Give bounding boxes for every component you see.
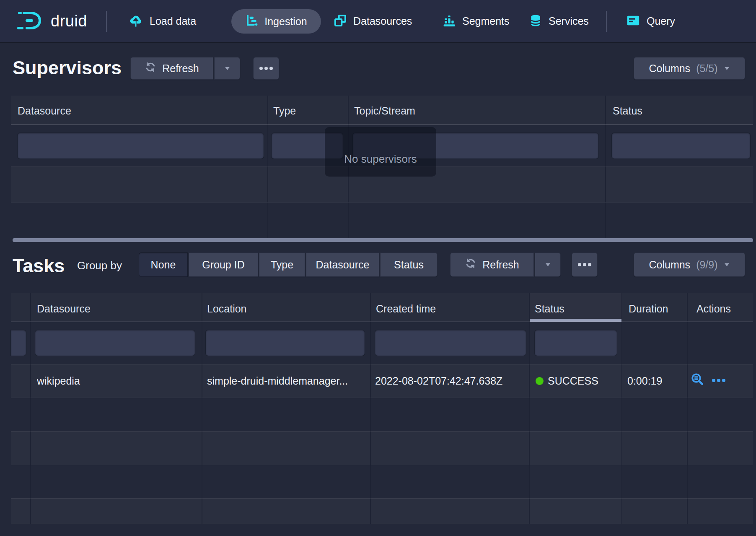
group-option-label: Type [271, 259, 293, 271]
column-header-duration[interactable]: Duration [629, 303, 668, 315]
group-option-label: Datasource [316, 259, 370, 271]
nav-divider [106, 11, 107, 32]
cloud-upload-icon [128, 14, 143, 29]
chevron-down-icon [724, 66, 730, 70]
datasources-layers-icon [334, 14, 347, 29]
tasks-filter-partial-input[interactable] [11, 330, 26, 356]
group-option-label: None [151, 259, 176, 271]
status-text: SUCCESS [548, 375, 598, 387]
nav-item-datasources[interactable]: Datasources [334, 0, 412, 42]
druid-console: druid Load data [0, 0, 756, 536]
chevron-down-icon [724, 263, 730, 267]
nav-item-label: Ingestion [264, 16, 307, 28]
nav-item-query[interactable]: Query [626, 0, 675, 42]
brand-name: druid [51, 12, 87, 30]
column-header-status[interactable]: Status [613, 105, 642, 117]
task-details-magnifier-icon[interactable] [691, 372, 705, 388]
horizontal-scrollbar[interactable] [13, 238, 753, 242]
row-border [11, 431, 753, 432]
services-database-icon [529, 14, 542, 29]
cell-datasource: wikipedia [37, 375, 196, 387]
supervisors-filter-datasource-input[interactable] [18, 133, 264, 159]
refresh-icon [145, 61, 156, 75]
supervisors-refresh-button[interactable]: Refresh [130, 57, 213, 80]
nav-item-label: Load data [150, 15, 196, 27]
nav-divider [606, 11, 607, 32]
column-divider [687, 293, 688, 524]
more-ellipsis-icon [259, 66, 273, 70]
column-header-actions[interactable]: Actions [696, 303, 731, 315]
ingestion-gantt-icon [245, 14, 259, 29]
nav-item-services[interactable]: Services [529, 0, 589, 42]
cell-created-time: 2022-08-02T07:42:47.638Z [375, 375, 526, 387]
row-border [11, 202, 753, 203]
column-header-topic-stream[interactable]: Topic/Stream [354, 105, 415, 117]
chevron-down-icon [545, 263, 551, 267]
segments-chart-icon [443, 14, 456, 29]
header-bottom-border [11, 124, 753, 125]
group-option-label: Status [394, 259, 424, 271]
row-border [11, 364, 753, 364]
nav-item-load-data[interactable]: Load data [128, 0, 196, 42]
nav-item-label: Services [549, 15, 589, 27]
tasks-filter-created-time-input[interactable] [375, 330, 526, 356]
query-console-icon [626, 14, 640, 29]
group-option-label: Group ID [202, 259, 244, 271]
supervisors-more-button[interactable] [253, 57, 279, 80]
cell-duration: 0:00:19 [627, 375, 684, 387]
supervisors-refresh-dropdown-button[interactable] [214, 57, 240, 80]
column-header-datasource[interactable]: Datasource [37, 303, 91, 315]
tasks-columns-button[interactable]: Columns (9/9) [634, 252, 745, 277]
refresh-icon [465, 258, 476, 272]
task-actions-menu-icon[interactable] [712, 377, 726, 384]
group-by-status-button[interactable]: Status [380, 252, 438, 277]
supervisors-title: Supervisors [13, 57, 122, 79]
refresh-label: Refresh [162, 62, 199, 75]
supervisors-columns-button[interactable]: Columns (5/5) [634, 57, 745, 80]
group-by-datasource-button[interactable]: Datasource [306, 252, 379, 277]
nav-item-label: Query [647, 15, 675, 27]
tasks-refresh-button[interactable]: Refresh [450, 252, 534, 277]
column-divider [529, 293, 530, 524]
group-by-none-button[interactable]: None [139, 252, 188, 277]
header-bottom-border [11, 321, 753, 322]
druid-logo[interactable]: druid [17, 0, 87, 42]
nav-item-label: Segments [462, 15, 510, 27]
column-divider [605, 96, 606, 238]
row-border [11, 498, 753, 499]
column-header-created-time[interactable]: Created time [376, 303, 436, 315]
chevron-down-icon [224, 66, 230, 70]
group-by-type-button[interactable]: Type [259, 252, 305, 277]
columns-count: (5/5) [696, 62, 717, 75]
nav-item-label: Datasources [353, 15, 412, 27]
more-ellipsis-icon [577, 263, 592, 267]
nav-item-ingestion[interactable]: Ingestion [231, 9, 321, 34]
refresh-label: Refresh [482, 259, 519, 271]
supervisors-filter-status-input[interactable] [612, 133, 750, 159]
columns-count: (9/9) [696, 259, 717, 271]
row-stripe [11, 498, 753, 524]
tasks-refresh-dropdown-button[interactable] [535, 252, 561, 277]
nav-item-segments[interactable]: Segments [443, 0, 510, 42]
columns-label: Columns [649, 62, 690, 75]
group-by-group-id-button[interactable]: Group ID [189, 252, 258, 277]
tasks-more-button[interactable] [572, 252, 598, 277]
column-divider [370, 293, 371, 524]
column-header-status[interactable]: Status [535, 303, 564, 315]
tasks-filter-datasource-input[interactable] [35, 330, 195, 356]
top-nav-bar: druid Load data [0, 0, 756, 42]
column-divider [30, 293, 31, 524]
tasks-title: Tasks [13, 255, 65, 277]
cell-location: simple-druid-middlemanager... [207, 375, 365, 387]
column-header-type[interactable]: Type [273, 105, 296, 117]
columns-label: Columns [649, 259, 690, 271]
tasks-filter-location-input[interactable] [206, 330, 365, 356]
cell-actions [691, 372, 726, 388]
column-header-datasource[interactable]: Datasource [18, 105, 71, 117]
tasks-filter-status-input[interactable] [535, 330, 617, 356]
column-header-location[interactable]: Location [207, 303, 247, 315]
no-supervisors-message: No supervisors [325, 127, 436, 177]
group-by-label: Group by [77, 259, 122, 272]
cell-status: SUCCESS [536, 375, 619, 387]
column-divider [202, 293, 202, 524]
